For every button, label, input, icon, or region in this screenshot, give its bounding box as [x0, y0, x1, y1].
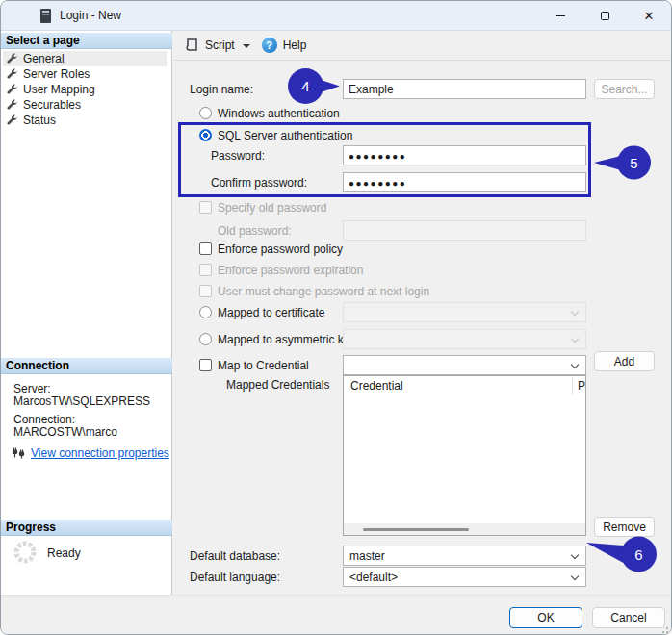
login-new-dialog: Login - New ✕ Select a page General Serv… [0, 0, 672, 635]
password-label: Password: [211, 149, 265, 163]
connection-properties-icon [12, 446, 25, 460]
certificate-combo [343, 302, 586, 322]
wrench-icon [7, 84, 18, 95]
server-value: MarcosTW\SQLEXPRESS [13, 394, 150, 408]
enforce-password-expiration-checkbox[interactable] [199, 264, 212, 276]
sql-auth-radio[interactable] [199, 129, 212, 141]
mapped-to-asymmetric-key-label: Mapped to asymmetric key [218, 333, 355, 346]
password-input[interactable] [343, 145, 586, 165]
chevron-down-icon [571, 361, 579, 368]
toolbar: Script ? Help [173, 31, 672, 61]
progress-header: Progress [1, 520, 172, 536]
connection-value: MARCOSTW\marco [13, 425, 117, 439]
view-connection-properties-link[interactable]: View connection properties [31, 446, 169, 460]
maximize-button[interactable] [582, 1, 627, 30]
map-to-credential-label: Map to Credential [218, 359, 309, 372]
script-button[interactable]: Script [205, 38, 235, 52]
default-language-label: Default language: [190, 571, 280, 584]
connection-header: Connection [1, 358, 172, 374]
chevron-down-icon [571, 572, 579, 580]
sidebar: Select a page General Server Roles User … [1, 31, 172, 595]
sidebar-item-label: User Mapping [23, 83, 95, 96]
main-panel: Script ? Help Login name: Search... Wind… [173, 31, 672, 595]
resize-grip[interactable] [660, 625, 668, 633]
close-button[interactable]: ✕ [627, 1, 671, 30]
window-title: Login - New [60, 9, 121, 22]
progress-spinner-icon [13, 540, 38, 565]
mapped-credentials-label: Mapped Credentials [226, 378, 329, 392]
cancel-button[interactable]: Cancel [592, 607, 665, 628]
default-database-combo[interactable]: master [343, 546, 586, 566]
help-icon: ? [262, 38, 277, 53]
login-name-input[interactable] [343, 79, 586, 99]
wrench-icon [7, 53, 18, 64]
connection-label: Connection: [13, 413, 75, 426]
confirm-password-label: Confirm password: [211, 176, 307, 190]
remove-button[interactable]: Remove [594, 517, 655, 537]
scrollbar-thumb[interactable] [363, 528, 469, 531]
sidebar-item-label: Status [23, 114, 56, 127]
minimize-icon [556, 15, 565, 16]
old-password-label: Old password: [218, 224, 292, 238]
chevron-down-icon [571, 551, 579, 559]
sidebar-item-server-roles[interactable]: Server Roles [3, 66, 167, 82]
sidebar-item-label: Securables [23, 98, 81, 112]
enforce-password-policy-checkbox[interactable] [199, 242, 212, 255]
sidebar-item-label: Server Roles [23, 67, 90, 81]
ok-button[interactable]: OK [509, 607, 582, 628]
credential-combo[interactable] [343, 355, 586, 375]
map-to-credential-checkbox[interactable] [199, 359, 212, 371]
wrench-icon [7, 99, 18, 111]
wrench-icon [7, 114, 18, 126]
add-button[interactable]: Add [594, 351, 655, 371]
default-language-combo[interactable]: <default> [343, 567, 586, 587]
dialog-icon [40, 9, 51, 23]
must-change-password-label: User must change password at next login [218, 285, 429, 298]
default-database-label: Default database: [190, 549, 280, 563]
specify-old-password-label: Specify old password [218, 201, 326, 215]
script-dropdown-icon[interactable] [243, 44, 250, 48]
mapped-to-certificate-radio[interactable] [199, 306, 212, 318]
close-icon: ✕ [644, 10, 655, 22]
progress-status: Ready [47, 546, 81, 560]
sql-auth-label: SQL Server authentication [218, 129, 352, 142]
chevron-down-icon [571, 308, 579, 316]
enforce-password-expiration-label: Enforce password expiration [218, 264, 363, 277]
enforce-password-policy-label: Enforce password policy [218, 242, 343, 256]
maximize-icon [601, 12, 609, 20]
list-header: Credential Provider [344, 376, 585, 394]
old-password-input [343, 220, 586, 241]
login-name-label: Login name: [190, 83, 253, 96]
column-credential[interactable]: Credential [350, 379, 403, 393]
search-button[interactable]: Search... [594, 79, 655, 99]
view-connection-properties-row: View connection properties [12, 446, 169, 460]
footer: OK Cancel [1, 595, 671, 635]
confirm-password-input[interactable] [343, 172, 586, 192]
mapped-to-asymmetric-key-radio[interactable] [199, 333, 212, 345]
sidebar-item-label: General [23, 52, 65, 65]
sidebar-item-securables[interactable]: Securables [3, 97, 167, 113]
help-button[interactable]: Help [283, 38, 307, 52]
default-database-value: master [349, 549, 385, 563]
sidebar-item-user-mapping[interactable]: User Mapping [3, 82, 167, 97]
windows-auth-radio[interactable] [199, 107, 212, 119]
must-change-password-checkbox[interactable] [199, 285, 212, 297]
windows-auth-label: Windows authentication [218, 107, 340, 120]
minimize-button[interactable] [538, 1, 582, 30]
titlebar: Login - New ✕ [1, 1, 671, 31]
select-a-page-header: Select a page [1, 33, 172, 49]
sidebar-item-status[interactable]: Status [3, 113, 167, 128]
script-icon [184, 38, 199, 53]
asymmetric-key-combo [343, 329, 586, 349]
column-provider[interactable]: Provider [578, 379, 586, 393]
chevron-down-icon [571, 335, 579, 343]
sidebar-item-general[interactable]: General [3, 51, 167, 66]
mapped-credentials-list[interactable]: Credential Provider [343, 375, 586, 536]
wrench-icon [7, 68, 18, 80]
horizontal-scrollbar[interactable] [344, 523, 585, 535]
specify-old-password-checkbox[interactable] [199, 201, 212, 214]
server-label: Server: [13, 382, 51, 395]
mapped-to-certificate-label: Mapped to certificate [218, 306, 324, 319]
column-divider [572, 376, 573, 394]
default-language-value: <default> [349, 571, 398, 584]
